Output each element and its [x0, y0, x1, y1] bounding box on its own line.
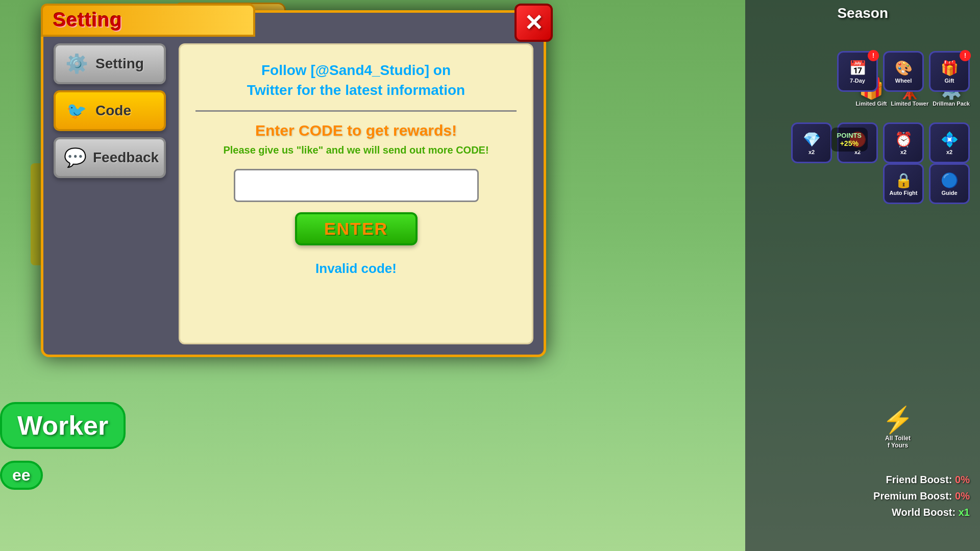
- enter-label: ENTER: [324, 219, 388, 238]
- world-boost-label: World Boost:: [892, 507, 955, 518]
- friend-boost-val: 0%: [955, 474, 970, 485]
- gift-btn[interactable]: ! 🎁 Gift: [929, 51, 970, 92]
- 7day-badge: !: [868, 50, 879, 61]
- wheel-btn[interactable]: 🎨 Wheel: [883, 51, 924, 92]
- premium-boost-line: Premium Boost: 0%: [873, 488, 970, 504]
- autofight-label: Auto Fight: [890, 190, 918, 196]
- guide-btn[interactable]: 🔵 Guide: [929, 163, 970, 204]
- nav-setting-label: Setting: [95, 56, 144, 72]
- setting-icon: ⚙️: [64, 53, 89, 74]
- season-label: Season: [837, 5, 888, 21]
- twitter-line1: Follow [@Sand4_Studio] on: [261, 62, 451, 78]
- daily-icons-row: ! 📅 7-Day 🎨 Wheel ! 🎁 Gift: [837, 51, 970, 92]
- wheel-icon: 🎨: [895, 60, 913, 77]
- setting-dialog: Setting ✕ ⚙️ Setting 🐦 Code 💬 Feedback F…: [41, 10, 546, 357]
- enter-button[interactable]: ENTER: [295, 212, 418, 245]
- boost4-btn[interactable]: 💠 x2: [929, 122, 970, 163]
- friend-boost-line: Friend Boost: 0%: [873, 471, 970, 488]
- content-area: Follow [@Sand4_Studio] on Twitter for th…: [179, 43, 533, 344]
- boost-info: Friend Boost: 0% Premium Boost: 0% World…: [873, 471, 970, 520]
- close-icon: ✕: [524, 10, 543, 36]
- premium-boost-val: 0%: [955, 490, 970, 502]
- gift-icon: 🎁: [941, 60, 959, 77]
- boost4-icon: 💠: [941, 131, 959, 148]
- toilet-label: All Toiletf Yours: [885, 435, 911, 449]
- wheel-label: Wheel: [895, 78, 912, 84]
- close-button[interactable]: ✕: [514, 4, 553, 42]
- nav-code-label: Code: [95, 103, 131, 119]
- 7day-label: 7-Day: [850, 78, 865, 84]
- code-input[interactable]: [234, 169, 479, 202]
- autofight-btn[interactable]: 🔒 Auto Fight: [883, 163, 924, 204]
- 7day-btn[interactable]: ! 📅 7-Day: [837, 51, 878, 92]
- rewards-text: Enter CODE to get rewards!: [255, 122, 457, 139]
- toilet-btn[interactable]: ⚡ All Toiletf Yours: [882, 405, 914, 449]
- twitter-icon: 🐦: [64, 101, 89, 120]
- boost-icons-row: 💎 x2 🔴 x2 ⏰ x2 💠 x2: [791, 122, 970, 163]
- boost3-label: x2: [900, 149, 906, 155]
- toilet-icon: ⚡: [882, 405, 914, 435]
- nav-code-btn[interactable]: 🐦 Code: [54, 90, 166, 131]
- boost1-icon: 💎: [803, 131, 821, 148]
- left-nav: ⚙️ Setting 🐦 Code 💬 Feedback: [54, 43, 171, 178]
- guide-label: Guide: [941, 190, 957, 196]
- invalid-code-text: Invalid code!: [315, 261, 397, 277]
- boost3-btn[interactable]: ⏰ x2: [883, 122, 924, 163]
- dialog-title: Setting: [53, 9, 122, 31]
- gift-label: Gift: [945, 78, 954, 84]
- friend-boost-label: Friend Boost:: [886, 474, 952, 485]
- right-panel: Season 🎁 Limited Gift 🗼 Limited Tower ⚙️…: [745, 0, 980, 551]
- boost1-btn[interactable]: 💎 x2: [791, 122, 832, 163]
- premium-boost-label: Premium Boost:: [873, 490, 952, 502]
- world-boost-line: World Boost: x1: [873, 504, 970, 520]
- drillman-pack-label: Drillman Pack: [933, 101, 970, 107]
- boost1-label: x2: [808, 149, 815, 155]
- nav-feedback-label: Feedback: [93, 149, 159, 166]
- points-display: POINTS +25%: [831, 128, 868, 152]
- nav-setting-btn[interactable]: ⚙️ Setting: [54, 43, 166, 84]
- guide-icon: 🔵: [941, 172, 959, 189]
- dialog-titlebar: Setting: [41, 4, 255, 37]
- boost3-icon: ⏰: [895, 131, 913, 148]
- points-bonus: +25%: [837, 139, 862, 147]
- limited-gift-label: Limited Gift: [855, 101, 887, 107]
- points-label: POINTS: [837, 132, 862, 139]
- feedback-icon: 💬: [64, 147, 87, 168]
- gift-badge: !: [960, 50, 971, 61]
- worker-label: Worker: [0, 402, 126, 449]
- limited-tower-label: Limited Tower: [891, 101, 928, 107]
- nav-feedback-btn[interactable]: 💬 Feedback: [54, 137, 166, 178]
- like-text: Please give us "like" and we will send o…: [223, 144, 488, 156]
- world-boost-val: x1: [959, 507, 970, 518]
- autofight-icon: 🔒: [895, 172, 913, 189]
- boost4-label: x2: [946, 149, 952, 155]
- twitter-line2: Twitter for the latest information: [247, 82, 465, 98]
- twitter-follow-text: Follow [@Sand4_Studio] on Twitter for th…: [247, 60, 465, 100]
- worker2-label: ee: [0, 461, 43, 490]
- content-divider: [195, 110, 517, 112]
- 7day-icon: 📅: [849, 60, 867, 77]
- action-icons-row: 🔒 Auto Fight 🔵 Guide: [883, 163, 970, 204]
